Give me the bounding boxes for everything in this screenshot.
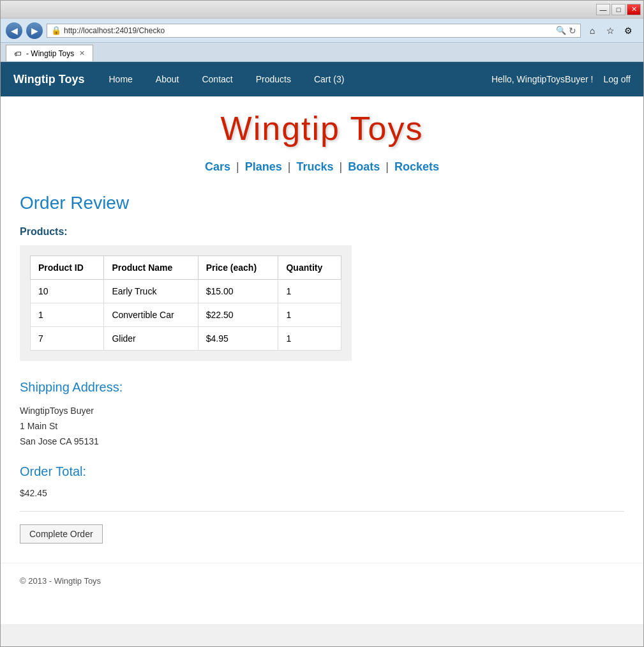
navbar-right: Hello, WingtipToysBuyer ! Log off <box>491 74 631 84</box>
col-header-id: Product ID <box>31 256 104 280</box>
greeting-text: Hello, WingtipToysBuyer ! <box>491 74 594 84</box>
category-trucks[interactable]: Trucks <box>296 160 333 173</box>
main-content: Order Review Products: Product ID Produc… <box>1 186 643 563</box>
cell-price-0: $15.00 <box>198 280 278 303</box>
browser-titlebar: — □ ✕ <box>1 1 643 19</box>
footer: © 2013 - Wingtip Toys <box>1 563 643 598</box>
navbar: Wingtip Toys Home About Contact Products… <box>1 62 643 96</box>
shipping-name: WingtipToys Buyer <box>20 404 624 419</box>
shipping-address: WingtipToys Buyer 1 Main St San Jose CA … <box>20 404 624 449</box>
cell-qty-2: 1 <box>278 327 341 351</box>
nav-about[interactable]: About <box>151 72 184 87</box>
sep-4: | <box>386 160 389 173</box>
toolbar-icons: ⌂ ☆ ⚙ <box>585 23 638 38</box>
cell-qty-0: 1 <box>278 280 341 303</box>
address-box[interactable]: 🔒 http://localhost:24019/Checko 🔍 ↻ <box>47 24 581 38</box>
sep-3: | <box>340 160 343 173</box>
shipping-city: San Jose CA 95131 <box>20 434 624 450</box>
logoff-link[interactable]: Log off <box>603 74 631 84</box>
tab-favicon: 🏷 <box>14 50 21 57</box>
table-row: 1 Convertible Car $22.50 1 <box>31 303 341 327</box>
cell-name-1: Convertible Car <box>104 303 198 327</box>
tab-close-button[interactable]: ✕ <box>79 49 85 57</box>
category-boats[interactable]: Boats <box>348 160 380 173</box>
cell-id-1: 1 <box>31 303 104 327</box>
col-header-name: Product Name <box>104 256 198 280</box>
tab-title: - Wingtip Toys <box>26 49 74 58</box>
navbar-brand[interactable]: Wingtip Toys <box>13 73 85 86</box>
shipping-street: 1 Main St <box>20 419 624 434</box>
forward-button[interactable]: ▶ <box>26 22 43 39</box>
cell-price-1: $22.50 <box>198 303 278 327</box>
cell-price-2: $4.95 <box>198 327 278 351</box>
address-icon: 🔒 <box>51 26 61 35</box>
category-cars[interactable]: Cars <box>205 160 230 173</box>
cell-id-0: 10 <box>31 280 104 303</box>
page-content: Wingtip Toys Home About Contact Products… <box>1 62 643 624</box>
cell-id-2: 7 <box>31 327 104 351</box>
order-total-heading: Order Total: <box>20 464 624 479</box>
favorites-icon[interactable]: ☆ <box>603 23 618 38</box>
refresh-button[interactable]: ↻ <box>569 26 576 36</box>
cell-name-0: Early Truck <box>104 280 198 303</box>
active-tab[interactable]: 🏷 - Wingtip Toys ✕ <box>6 45 93 61</box>
navbar-links: Home About Contact Products Cart (3) <box>104 72 491 87</box>
shipping-heading: Shipping Address: <box>20 380 624 395</box>
minimize-button[interactable]: — <box>596 4 610 15</box>
table-row: 7 Glider $4.95 1 <box>31 327 341 351</box>
page-heading: Order Review <box>20 193 624 213</box>
address-bar: ◀ ▶ 🔒 http://localhost:24019/Checko 🔍 ↻ … <box>1 19 643 43</box>
cell-qty-1: 1 <box>278 303 341 327</box>
shipping-section: Shipping Address: WingtipToys Buyer 1 Ma… <box>20 380 624 449</box>
complete-order-button[interactable]: Complete Order <box>20 524 103 544</box>
col-header-price: Price (each) <box>198 256 278 280</box>
sep-1: | <box>236 160 239 173</box>
nav-products[interactable]: Products <box>251 72 296 87</box>
cell-name-2: Glider <box>104 327 198 351</box>
category-planes[interactable]: Planes <box>245 160 282 173</box>
browser-window: — □ ✕ ◀ ▶ 🔒 http://localhost:24019/Check… <box>0 0 644 647</box>
category-rockets[interactable]: Rockets <box>394 160 439 173</box>
col-header-quantity: Quantity <box>278 256 341 280</box>
divider <box>20 511 624 512</box>
footer-text: © 2013 - Wingtip Toys <box>20 576 101 586</box>
site-title: Wingtip Toys <box>1 96 643 154</box>
maximize-button[interactable]: □ <box>611 4 625 15</box>
nav-cart[interactable]: Cart (3) <box>309 72 349 87</box>
products-label: Products: <box>20 226 624 238</box>
url-text: http://localhost:24019/Checko <box>64 26 553 35</box>
products-table-container: Product ID Product Name Price (each) Qua… <box>20 245 352 361</box>
order-total-value: $42.45 <box>20 488 624 498</box>
tab-bar: 🏷 - Wingtip Toys ✕ <box>1 43 643 62</box>
settings-icon[interactable]: ⚙ <box>620 23 636 38</box>
category-nav: Cars | Planes | Trucks | Boats | Rockets <box>1 154 643 186</box>
home-icon[interactable]: ⌂ <box>585 23 600 38</box>
order-total-section: Order Total: $42.45 <box>20 464 624 498</box>
close-button[interactable]: ✕ <box>627 4 641 15</box>
table-row: 10 Early Truck $15.00 1 <box>31 280 341 303</box>
search-icon: 🔍 <box>556 26 566 35</box>
nav-home[interactable]: Home <box>104 72 138 87</box>
nav-contact[interactable]: Contact <box>197 72 237 87</box>
table-header-row: Product ID Product Name Price (each) Qua… <box>31 256 341 280</box>
back-button[interactable]: ◀ <box>6 22 22 39</box>
products-table: Product ID Product Name Price (each) Qua… <box>30 255 341 351</box>
sep-2: | <box>288 160 291 173</box>
